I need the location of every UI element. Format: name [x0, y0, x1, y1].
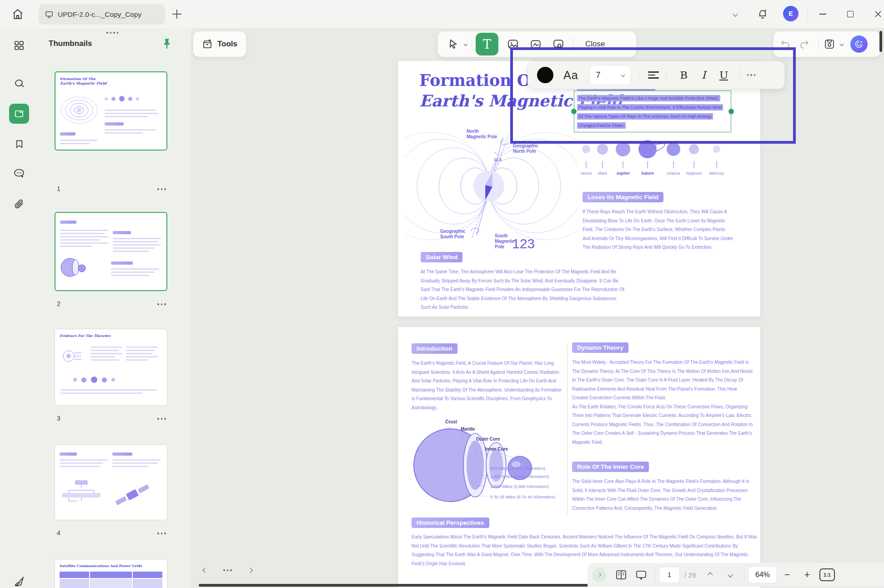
collapse-tabs-button[interactable] — [728, 7, 742, 21]
planet-saturn: Saturn — [633, 139, 662, 176]
planet-label: Jupiter — [616, 171, 630, 176]
attachments-button[interactable] — [9, 194, 29, 214]
solar-wind-badge: Solar Wind — [421, 252, 462, 262]
panels-grid-button[interactable] — [9, 35, 29, 55]
label-outer-core: Outer Core — [476, 437, 500, 442]
minimize-button[interactable] — [816, 7, 829, 21]
label-geo-north2: North Pole — [513, 149, 536, 154]
thumbnail-page-1[interactable]: Formation Of The Earth's Magnetic Field — [55, 71, 167, 151]
tools-label: Tools — [217, 40, 237, 49]
next-page-arrow[interactable] — [247, 568, 252, 573]
maximize-button[interactable] — [844, 7, 857, 21]
thumbnail-page-3[interactable]: Evidence For The Theories — [55, 329, 167, 406]
ai-assistant-button[interactable] — [850, 35, 868, 53]
monitor-icon — [45, 11, 53, 18]
zoom-in-button[interactable]: + — [797, 565, 817, 585]
magnetic-field-diagram: North Magnetic Pole Geographic North Pol… — [405, 125, 578, 256]
more-format-options-button[interactable] — [747, 74, 756, 76]
updf-window: UPDF-2.0-c..._Copy_Copy E — [0, 0, 884, 588]
cursor-icon — [448, 39, 459, 50]
font-color-swatch[interactable] — [537, 67, 553, 83]
label-south: South — [495, 233, 507, 238]
one-to-one-icon: 1:1 — [819, 568, 835, 581]
close-window-button[interactable] — [871, 7, 884, 21]
document-tab[interactable]: UPDF-2.0-c..._Copy_Copy — [39, 4, 165, 25]
title-bar: UPDF-2.0-c..._Copy_Copy E — [0, 0, 884, 28]
chevron-down-icon — [728, 572, 733, 577]
next-page-button[interactable] — [720, 565, 740, 585]
grid-icon — [14, 40, 25, 51]
thumb3-more-button[interactable] — [157, 418, 166, 420]
tools-button[interactable]: Tools — [193, 31, 246, 57]
chevron-down-icon — [621, 73, 624, 77]
thumb1-more-button[interactable] — [157, 188, 166, 190]
bell-icon — [757, 9, 768, 20]
measure-inner-core: 800 Miles (1,300 Kilometers) — [490, 466, 545, 471]
page-total: / 29 — [684, 571, 696, 579]
thumb3-number: 3 — [57, 415, 60, 422]
format-divider — [666, 69, 667, 81]
page-layout-button[interactable] — [611, 565, 631, 585]
redo-icon[interactable] — [799, 39, 810, 49]
italic-button[interactable]: I — [694, 69, 714, 81]
save-icon[interactable] — [824, 39, 835, 50]
zoom-level-input[interactable]: 64% — [748, 566, 777, 583]
align-left-button[interactable] — [648, 71, 659, 78]
avatar[interactable]: E — [783, 6, 799, 21]
thumbnails-panel-button[interactable] — [9, 104, 29, 124]
nav-more-button[interactable] — [223, 569, 232, 571]
zoom-out-button[interactable]: − — [777, 565, 797, 585]
bookmarks-button[interactable] — [9, 134, 29, 154]
paperclip-icon — [14, 198, 25, 210]
page-nav-floating — [203, 568, 252, 572]
toolbox-icon — [202, 39, 213, 50]
actual-size-button[interactable]: 1:1 — [817, 568, 837, 581]
comments-button[interactable] — [9, 163, 29, 183]
pin-panel-button[interactable] — [161, 37, 175, 51]
bold-button[interactable]: B — [674, 69, 694, 81]
thumbnail-page-4[interactable] — [55, 444, 167, 520]
label-geo-south2: South Pole — [440, 234, 464, 239]
notifications-button[interactable] — [756, 7, 769, 21]
presentation-button[interactable] — [631, 565, 651, 585]
measure-mantle: 1,800 Miles (2,900 Kilometers) — [490, 484, 549, 489]
font-size-select[interactable]: 7 — [589, 65, 631, 85]
thumbnail-page-2[interactable] — [55, 212, 167, 291]
search-button[interactable] — [9, 74, 29, 94]
chevron-down-icon — [733, 11, 738, 16]
select-tool-button[interactable] — [443, 34, 463, 54]
planet-label: Neptune — [686, 171, 702, 176]
historical-badge: Historical Perspectives — [412, 518, 489, 528]
home-button[interactable] — [7, 4, 28, 25]
chevron-right-icon — [598, 573, 601, 577]
new-tab-button[interactable] — [171, 8, 183, 20]
label-inner-core: Inner Core — [485, 447, 508, 452]
thumb3-title: Evidence For The Theories — [60, 334, 110, 338]
thumbnails-panel: Thumbnails Formation Of The Earth's Magn… — [38, 28, 191, 588]
save-options-chevron[interactable] — [840, 42, 844, 46]
thumb4-more-button[interactable] — [157, 533, 166, 534]
label-south3: Pole — [495, 244, 505, 249]
vertical-scrollbar[interactable] — [879, 31, 882, 52]
search-icon — [14, 78, 25, 90]
select-tool-chevron[interactable] — [464, 42, 467, 46]
font-family-button[interactable]: Aa — [563, 69, 578, 82]
previous-page-arrow[interactable] — [202, 568, 207, 573]
underline-button[interactable]: U — [714, 69, 734, 81]
panel-drag-handle[interactable] — [106, 32, 118, 34]
thumb1-planets — [105, 96, 139, 101]
thumb1-field-diagram — [58, 92, 100, 128]
design-mode-button[interactable] — [9, 572, 29, 588]
collapse-bar-button[interactable] — [592, 568, 607, 582]
page-number-input[interactable]: 1 — [659, 567, 680, 583]
thumbnail-page-5[interactable]: Satellite Communications And Power Grids — [55, 559, 167, 588]
pdf-page-2[interactable]: Introduction The Earth's Magnetic Field,… — [398, 327, 760, 588]
text-tool-button-active[interactable]: T — [476, 33, 498, 55]
previous-page-button[interactable] — [700, 565, 720, 585]
introduction-text: The Earth's Magnetic Field, A Crucial Fe… — [412, 359, 565, 412]
dynamo-theory-text: The Most Widely - Accepted Theory For Th… — [572, 358, 753, 447]
loses-field-badge: Loses Its Magnetic Field — [583, 192, 663, 202]
thumb2-more-button[interactable] — [157, 303, 166, 305]
measure-outer-core: 1,400 Miles (2,250 Kilometers) — [490, 474, 549, 479]
chevron-up-icon — [708, 572, 713, 577]
